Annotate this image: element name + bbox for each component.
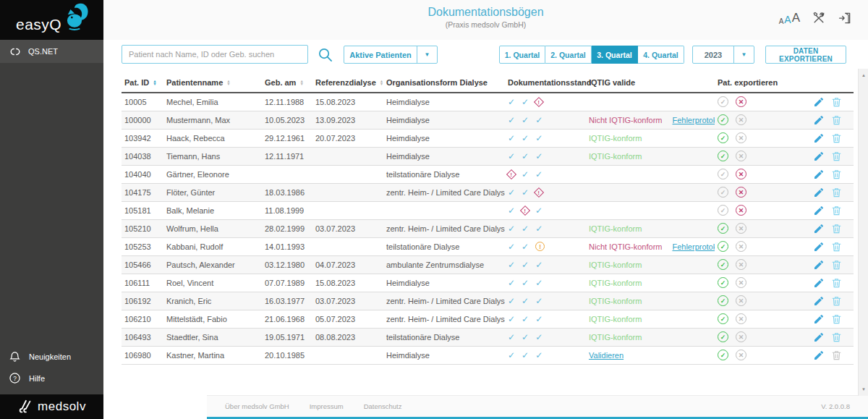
iqtig-link[interactable]: Fehlerprotokoll	[672, 116, 715, 124]
chevron-down-icon[interactable]: ▼	[733, 46, 754, 63]
settings-tools-icon[interactable]	[812, 11, 826, 25]
export-include-toggle[interactable]: ✓	[718, 313, 728, 324]
edit-pencil-icon[interactable]	[813, 295, 825, 307]
delete-trash-icon[interactable]	[831, 96, 842, 108]
export-exclude-toggle[interactable]: ✕	[736, 151, 746, 161]
delete-trash-icon[interactable]	[831, 331, 842, 343]
tab-1-quartal[interactable]: 1. Quartal	[499, 46, 545, 64]
delete-trash-icon[interactable]	[831, 169, 842, 180]
edit-pencil-icon[interactable]	[813, 350, 825, 361]
tab-3-quartal[interactable]: 3. Quartal	[592, 46, 638, 64]
export-data-button[interactable]: DATEN EXPORTIEREN	[765, 46, 846, 64]
export-include-toggle[interactable]: ✓	[718, 241, 728, 252]
export-include-toggle[interactable]: ✓	[718, 223, 728, 234]
edit-pencil-icon[interactable]	[813, 313, 825, 325]
export-include-toggle[interactable]: ✓	[718, 132, 728, 143]
export-exclude-toggle[interactable]: ✕	[736, 169, 746, 179]
sort-icon[interactable]: ▲▼	[153, 80, 156, 86]
search-icon[interactable]	[317, 46, 333, 66]
scroll-down-arrow[interactable]: ▼	[859, 384, 868, 394]
col-header-patientenname[interactable]: Patientenname▲▼	[163, 75, 262, 93]
export-exclude-toggle[interactable]: ✕	[736, 241, 746, 252]
delete-trash-icon[interactable]	[831, 313, 842, 325]
export-include-toggle[interactable]: ✓	[718, 96, 728, 107]
export-exclude-toggle[interactable]: ✕	[736, 295, 746, 306]
doc-warning-icon[interactable]: !	[535, 242, 545, 251]
export-exclude-toggle[interactable]: ✕	[736, 331, 746, 342]
col-header-pat-id[interactable]: Pat. ID▲▼	[122, 75, 163, 93]
export-include-toggle[interactable]: ✓	[718, 331, 728, 342]
chevron-down-icon[interactable]: ▼	[417, 46, 437, 63]
edit-pencil-icon[interactable]	[813, 277, 825, 289]
export-exclude-toggle[interactable]: ✕	[736, 350, 746, 360]
edit-pencil-icon[interactable]	[813, 114, 825, 126]
sort-icon[interactable]: ▲▼	[380, 80, 383, 86]
doc-error-icon[interactable]: !	[534, 187, 544, 198]
footer-link-impressum[interactable]: Impressum	[310, 402, 344, 410]
export-include-toggle[interactable]: ✓	[718, 295, 728, 306]
edit-pencil-icon[interactable]	[813, 132, 825, 144]
export-include-toggle[interactable]: ✓	[718, 114, 728, 125]
export-exclude-toggle[interactable]: ✕	[736, 96, 746, 107]
iqtig-link[interactable]: Fehlerprotokoll	[672, 242, 715, 251]
logout-icon[interactable]	[838, 11, 852, 25]
edit-pencil-icon[interactable]	[813, 223, 825, 234]
col-header-geb-am[interactable]: Geb. am▲▼	[262, 75, 312, 93]
delete-trash-icon[interactable]	[831, 187, 842, 198]
sidebar-item-qsnet[interactable]: QS.NET	[0, 40, 103, 63]
export-include-toggle[interactable]: ✓	[718, 151, 728, 161]
doc-error-icon[interactable]: !	[506, 169, 516, 179]
delete-trash-icon[interactable]	[831, 223, 842, 234]
font-size-medium[interactable]: A	[784, 14, 791, 25]
export-exclude-toggle[interactable]: ✕	[736, 313, 746, 324]
search-input[interactable]	[122, 45, 308, 64]
edit-pencil-icon[interactable]	[813, 169, 825, 180]
export-exclude-toggle[interactable]: ✕	[736, 205, 746, 216]
delete-trash-icon[interactable]	[831, 114, 842, 126]
sort-icon[interactable]: ▲▼	[299, 80, 303, 86]
iqtig-link[interactable]: Validieren	[589, 351, 624, 360]
delete-trash-icon[interactable]	[831, 241, 842, 253]
export-exclude-toggle[interactable]: ✕	[736, 277, 746, 288]
export-include-toggle[interactable]: ✓	[718, 259, 728, 270]
delete-trash-icon[interactable]	[831, 205, 842, 216]
edit-pencil-icon[interactable]	[813, 259, 825, 271]
footer-link-datenschutz[interactable]: Datenschutz	[364, 402, 402, 410]
edit-pencil-icon[interactable]	[813, 331, 825, 343]
export-exclude-toggle[interactable]: ✕	[736, 132, 746, 143]
font-size-large[interactable]: A	[792, 11, 800, 25]
year-dropdown[interactable]: 2023 ▼	[692, 46, 754, 64]
delete-trash-icon[interactable]	[831, 259, 842, 271]
col-header-referenzdialyse[interactable]: Referenzdialyse▲▼	[312, 75, 383, 93]
export-include-toggle[interactable]: ✓	[718, 277, 728, 288]
edit-pencil-icon[interactable]	[813, 241, 825, 253]
delete-trash-icon[interactable]	[831, 295, 842, 307]
export-include-toggle[interactable]: ✓	[718, 205, 728, 216]
delete-trash-icon[interactable]	[831, 151, 842, 162]
delete-trash-icon[interactable]	[831, 277, 842, 289]
export-exclude-toggle[interactable]: ✕	[736, 259, 746, 270]
sidebar-item-neuigkeiten[interactable]: Neuigkeiten	[0, 346, 103, 368]
patient-filter-dropdown[interactable]: Aktive Patienten ▼	[344, 46, 438, 64]
tab-4-quartal[interactable]: 4. Quartal	[638, 46, 684, 64]
export-exclude-toggle[interactable]: ✕	[736, 223, 746, 234]
scrollbar[interactable]: ▲ ▼	[858, 69, 868, 396]
font-size-control[interactable]: A A A	[779, 11, 800, 25]
tab-2-quartal[interactable]: 2. Quartal	[545, 46, 592, 64]
sort-icon[interactable]: ▲▼	[226, 80, 230, 86]
sidebar-item-hilfe[interactable]: ? Hilfe	[0, 368, 103, 389]
doc-error-icon[interactable]: !	[534, 97, 544, 107]
doc-error-icon[interactable]: !	[520, 206, 530, 216]
edit-pencil-icon[interactable]	[813, 151, 825, 162]
export-include-toggle[interactable]: ✓	[718, 187, 728, 198]
export-exclude-toggle[interactable]: ✕	[736, 114, 746, 125]
scroll-up-arrow[interactable]: ▲	[859, 70, 868, 80]
edit-pencil-icon[interactable]	[813, 96, 825, 108]
export-include-toggle[interactable]: ✓	[718, 350, 728, 360]
delete-trash-icon[interactable]	[831, 132, 842, 144]
export-include-toggle[interactable]: ✓	[718, 169, 728, 179]
export-exclude-toggle[interactable]: ✕	[736, 187, 746, 198]
edit-pencil-icon[interactable]	[813, 187, 825, 198]
font-size-small[interactable]: A	[779, 17, 784, 25]
footer-link-about[interactable]: Über medsolv GmbH	[225, 402, 289, 410]
